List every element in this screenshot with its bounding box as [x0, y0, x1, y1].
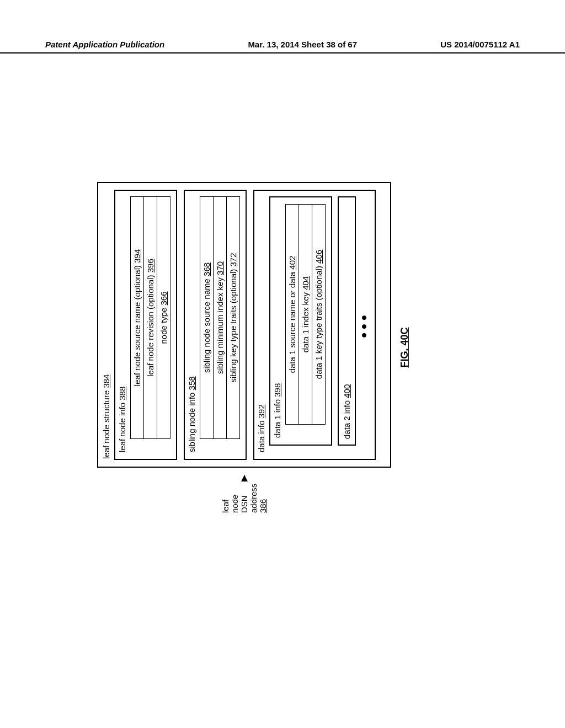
arrow-icon: [244, 475, 245, 476]
leaf-node-info-title: leaf node info 388: [118, 196, 127, 452]
dsn-address-row: leaf node DSN address 386 leaf node stru…: [97, 182, 391, 513]
figure-40c: leaf node DSN address 386 leaf node stru…: [97, 182, 461, 513]
leaf-node-info-section: leaf node info 388 leaf node source name…: [114, 190, 177, 460]
data-1-info-title: data 1 info 398: [273, 203, 282, 438]
leaf-node-info-fields: leaf node source name (optional) 394 lea…: [130, 196, 170, 439]
field-row: leaf node revision (optional) 396: [143, 196, 157, 439]
leaf-node-structure-box: leaf node structure 384 leaf node info 3…: [97, 182, 391, 468]
dsn-address-label: leaf node DSN address 386: [221, 484, 268, 513]
sibling-node-info-title: sibling node info 358: [187, 196, 196, 452]
field-row: leaf node source name (optional) 394: [130, 196, 143, 439]
data-1-info-box: data 1 info 398 data 1 source name or da…: [269, 196, 332, 446]
data-info-section: data info 392 data 1 info 398 data 1 sou…: [253, 190, 376, 460]
page-header: Patent Application Publication Mar. 13, …: [0, 40, 565, 53]
field-row: sibling node source name 368: [200, 196, 213, 439]
sibling-node-info-section: sibling node info 358 sibling node sourc…: [184, 190, 247, 460]
ellipsis-icon: •••: [359, 196, 369, 453]
sibling-node-info-fields: sibling node source name 368 sibling min…: [200, 196, 240, 439]
data-1-info-fields: data 1 source name or data 402 data 1 in…: [285, 203, 326, 425]
patent-page: Patent Application Publication Mar. 13, …: [0, 0, 565, 728]
field-row: sibling key type traits (optional) 372: [226, 196, 240, 439]
field-row: data 1 index key 404: [299, 204, 312, 425]
data-2-info-box: data 2 info 400: [338, 196, 356, 446]
leaf-node-structure-title: leaf node structure 384: [102, 190, 111, 459]
field-row: sibling minimum index key 370: [213, 196, 226, 439]
header-right: US 2014/0075112 A1: [440, 40, 520, 49]
data-info-title: data info 392: [257, 196, 266, 452]
figure-label: FIG. 40C: [399, 182, 411, 513]
header-center: Mar. 13, 2014 Sheet 38 of 67: [248, 40, 357, 49]
header-left: Patent Application Publication: [45, 40, 164, 49]
field-row: node type 366: [157, 196, 170, 439]
field-row: data 1 source name or data 402: [285, 204, 299, 425]
field-row: data 1 key type traits (optional) 406: [312, 204, 326, 425]
